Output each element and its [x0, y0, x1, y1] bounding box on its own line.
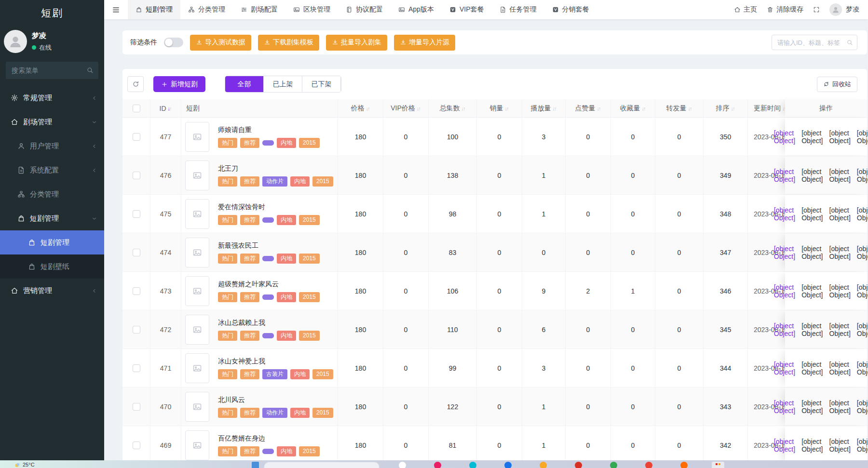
topbar-tab[interactable]: 短剧管理 [128, 0, 180, 19]
drama-thumbnail[interactable] [185, 199, 209, 229]
row-action-link[interactable]: [object Object] [774, 361, 795, 376]
topbar-tab[interactable]: 协议配置 [338, 0, 391, 19]
sort-icon[interactable]: ↓↑ [366, 106, 370, 111]
row-checkbox[interactable] [133, 326, 140, 334]
select-all-checkbox[interactable] [133, 105, 140, 112]
column-header[interactable]: ID ↓↑ [150, 99, 181, 117]
hamburger-menu-icon[interactable] [104, 0, 128, 19]
row-action-link[interactable]: [object Object] [801, 206, 823, 222]
row-checkbox[interactable] [133, 403, 140, 411]
sort-icon[interactable]: ↓↑ [168, 106, 172, 111]
topbar-tab[interactable]: VIP套餐 [442, 0, 492, 19]
taskbar-app-icon[interactable] [399, 462, 406, 468]
taskbar-app-icon[interactable] [645, 462, 652, 468]
row-checkbox[interactable] [133, 364, 140, 372]
row-checkbox[interactable] [133, 441, 140, 449]
sort-icon[interactable]: ↓↑ [505, 106, 509, 111]
column-header[interactable]: 价格 ↓↑ [338, 99, 383, 117]
row-action-link[interactable]: [object Object] [857, 206, 868, 222]
taskbar-active-app-icon[interactable] [712, 462, 724, 468]
sidebar-item[interactable]: 用户管理 [0, 134, 104, 158]
row-action-link[interactable]: [object Object] [774, 129, 795, 145]
row-action-link[interactable]: [object Object] [774, 168, 795, 183]
row-action-link[interactable]: [object Object] [829, 129, 851, 145]
row-action-link[interactable]: [object Object] [829, 322, 851, 337]
row-action-link[interactable]: [object Object] [857, 361, 868, 376]
drama-thumbnail[interactable] [185, 315, 209, 345]
row-action-link[interactable]: [object Object] [857, 168, 868, 183]
import-button[interactable]: 下载剧集模板 [258, 35, 319, 51]
drama-thumbnail[interactable] [185, 160, 209, 190]
column-header[interactable]: 点赞量 ↓↑ [566, 99, 611, 117]
row-action-link[interactable]: [object Object] [774, 245, 795, 260]
sidebar-search-input[interactable] [6, 62, 98, 79]
taskbar-app-icon[interactable] [540, 462, 547, 468]
row-action-link[interactable]: [object Object] [801, 399, 823, 415]
row-action-link[interactable]: [object Object] [774, 206, 795, 222]
sidebar-item[interactable]: 系统配置 [0, 158, 104, 182]
row-action-link[interactable]: [object Object] [829, 399, 851, 415]
row-action-link[interactable]: [object Object] [801, 129, 823, 145]
topbar-tab[interactable]: 剧场配置 [233, 0, 285, 19]
refresh-button[interactable] [127, 76, 144, 92]
row-action-link[interactable]: [object Object] [801, 322, 823, 337]
drama-thumbnail[interactable] [185, 392, 209, 422]
column-header[interactable]: 收藏量 ↓↑ [611, 99, 655, 117]
row-action-link[interactable]: [object Object] [801, 245, 823, 260]
sidebar-item[interactable]: 短剧壁纸 [0, 254, 104, 279]
drama-thumbnail[interactable] [185, 238, 209, 267]
sidebar-item[interactable]: 分类管理 [0, 182, 104, 206]
sidebar-item[interactable]: 营销管理 [0, 279, 104, 303]
topbar-tab[interactable]: App版本 [391, 0, 442, 19]
column-header[interactable]: VIP价格 ↓↑ [383, 99, 429, 117]
taskbar-app-icon[interactable] [575, 462, 582, 468]
import-button[interactable]: 增量导入片源 [394, 35, 455, 51]
topbar-tab[interactable]: 区块管理 [285, 0, 338, 19]
row-action-link[interactable]: [object Object] [801, 361, 823, 376]
sort-icon[interactable]: ↓↑ [417, 106, 421, 111]
column-header[interactable]: 播放量 ↓↑ [522, 99, 566, 117]
row-action-link[interactable]: [object Object] [857, 129, 868, 145]
sort-icon[interactable]: ↓↑ [553, 106, 557, 111]
sort-icon[interactable]: ↓↑ [597, 106, 601, 111]
row-action-link[interactable]: [object Object] [774, 399, 795, 415]
row-action-link[interactable]: [object Object] [829, 361, 851, 376]
taskbar-app-icon[interactable] [434, 462, 441, 468]
sidebar-item[interactable]: 常规管理 [0, 86, 104, 110]
column-header[interactable]: 总集数 ↓↑ [429, 99, 477, 117]
row-action-link[interactable]: [object Object] [801, 283, 823, 299]
taskbar-app-icon[interactable] [504, 462, 512, 468]
import-button[interactable]: 导入测试数据 [190, 35, 251, 51]
row-checkbox[interactable] [133, 172, 140, 179]
row-action-link[interactable]: [object Object] [857, 283, 868, 299]
row-action-link[interactable]: [object Object] [774, 438, 795, 453]
status-tab[interactable]: 全部 [225, 76, 264, 92]
column-header[interactable]: 排序 ↓↑ [704, 99, 748, 117]
taskbar-app-icon[interactable] [610, 462, 617, 468]
row-action-link[interactable]: [object Object] [829, 438, 851, 453]
row-action-link[interactable]: [object Object] [829, 245, 851, 260]
row-checkbox[interactable] [133, 287, 140, 295]
user-menu[interactable]: 梦凌 [829, 3, 859, 16]
table-search-input[interactable] [772, 35, 857, 50]
drama-thumbnail[interactable] [185, 122, 209, 152]
drama-thumbnail[interactable] [185, 353, 209, 383]
filter-toggle[interactable] [164, 38, 183, 47]
recycle-bin-button[interactable]: 回收站 [817, 77, 857, 92]
row-action-link[interactable]: [object Object] [829, 168, 851, 183]
sidebar-item[interactable]: 短剧管理 [0, 206, 104, 230]
sidebar-item[interactable]: 剧场管理 [0, 110, 104, 134]
row-action-link[interactable]: [object Object] [829, 206, 851, 222]
clear-cache-button[interactable]: 清除缓存 [767, 5, 803, 14]
home-link[interactable]: 主页 [734, 5, 757, 14]
taskbar-app-icon[interactable] [680, 462, 688, 468]
status-tab[interactable]: 已上架 [264, 76, 302, 92]
row-action-link[interactable]: [object Object] [801, 438, 823, 453]
sidebar-item[interactable]: 短剧管理 [0, 230, 104, 254]
row-action-link[interactable]: [object Object] [857, 438, 868, 453]
row-action-link[interactable]: [object Object] [774, 322, 795, 337]
sort-icon[interactable]: ↓↑ [461, 106, 466, 111]
column-header[interactable]: 转发量 ↓↑ [655, 99, 704, 117]
row-action-link[interactable]: [object Object] [857, 322, 868, 337]
topbar-tab[interactable]: 分销套餐 [544, 0, 597, 19]
